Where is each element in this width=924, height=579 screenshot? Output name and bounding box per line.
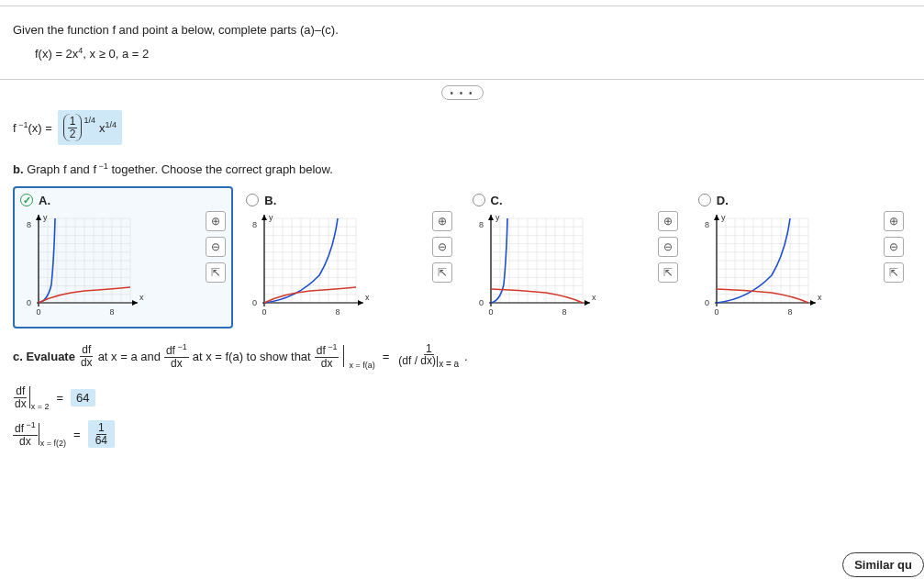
- zoom-out-icon[interactable]: ⊖: [884, 237, 904, 257]
- svg-text:0: 0: [478, 298, 483, 307]
- radio-checked-icon[interactable]: [20, 194, 33, 206]
- radio-icon[interactable]: [473, 194, 485, 206]
- svg-text:0: 0: [488, 307, 493, 317]
- svg-text:8: 8: [478, 220, 483, 229]
- svg-text:8: 8: [705, 220, 709, 229]
- svg-marker-25: [36, 215, 41, 220]
- svg-marker-121: [714, 215, 719, 220]
- open-icon[interactable]: ⇱: [206, 262, 226, 283]
- zoom-in-icon[interactable]: ⊕: [206, 211, 226, 231]
- svg-text:0: 0: [262, 307, 267, 317]
- graph-option[interactable]: A.yx8008⊕⊖⇱: [13, 186, 233, 328]
- svg-text:x: x: [365, 293, 370, 302]
- graph-options: A.yx8008⊕⊖⇱B.yx8008⊕⊖⇱C.yx8008⊕⊖⇱D.yx800…: [13, 186, 911, 328]
- zoom-in-icon[interactable]: ⊕: [884, 211, 904, 231]
- function-definition: f(x) = 2x4, x ≥ 0, a = 2: [35, 46, 911, 61]
- option-label: B.: [264, 194, 276, 207]
- open-icon[interactable]: ⇱: [884, 262, 904, 283]
- inverse-lhs: f −1(x) =: [13, 120, 52, 135]
- svg-text:8: 8: [787, 307, 792, 317]
- radio-icon[interactable]: [698, 194, 711, 206]
- svg-text:y: y: [43, 213, 48, 222]
- svg-text:0: 0: [714, 307, 718, 317]
- eval-df-at-a: df dx x = 2 = 64: [13, 383, 911, 412]
- radio-icon[interactable]: [246, 194, 259, 206]
- svg-marker-57: [262, 215, 267, 220]
- zoom-out-icon[interactable]: ⊖: [658, 237, 678, 257]
- svg-text:0: 0: [36, 307, 40, 317]
- option-label: A.: [39, 194, 50, 207]
- svg-marker-119: [810, 300, 816, 306]
- answer-df: 64: [71, 389, 95, 406]
- svg-text:8: 8: [336, 307, 340, 317]
- zoom-out-icon[interactable]: ⊖: [432, 237, 452, 257]
- zoom-out-icon[interactable]: ⊖: [206, 237, 226, 257]
- zoom-in-icon[interactable]: ⊕: [432, 211, 452, 231]
- svg-marker-89: [488, 215, 494, 220]
- svg-text:8: 8: [562, 307, 566, 317]
- similar-question-button[interactable]: Similar qu: [842, 552, 924, 577]
- graph-option[interactable]: D.yx8008⊕⊖⇱: [691, 186, 911, 328]
- svg-text:0: 0: [27, 298, 31, 307]
- svg-text:y: y: [269, 213, 273, 222]
- svg-text:0: 0: [252, 298, 257, 307]
- svg-text:0: 0: [705, 298, 709, 307]
- graph-option[interactable]: B.yx8008⊕⊖⇱: [239, 186, 459, 328]
- graph-option[interactable]: C.yx8008⊕⊖⇱: [465, 186, 685, 328]
- svg-text:x: x: [139, 293, 144, 302]
- problem-intro: Given the function f and point a below, …: [13, 23, 911, 37]
- option-label: D.: [717, 194, 729, 207]
- option-label: C.: [491, 194, 503, 207]
- svg-marker-55: [358, 300, 363, 306]
- svg-text:x: x: [818, 293, 822, 302]
- inverse-expression: f −1(x) = 1 2 1/4 x1/4: [13, 110, 911, 145]
- zoom-in-icon[interactable]: ⊕: [658, 211, 678, 231]
- part-c-text: c. Evaluate df dx at x = a and df −1 dx …: [13, 343, 911, 370]
- svg-text:8: 8: [109, 307, 114, 317]
- svg-text:x: x: [592, 293, 596, 302]
- open-icon[interactable]: ⇱: [432, 262, 452, 283]
- svg-marker-23: [132, 300, 138, 306]
- svg-marker-87: [584, 300, 590, 306]
- eval-dfinv-at-fa: df −1 dx x = f(2) = 1 64: [13, 419, 911, 449]
- svg-text:8: 8: [252, 220, 257, 229]
- svg-text:8: 8: [27, 220, 31, 229]
- svg-text:y: y: [721, 213, 726, 222]
- answer-dfinv: 1 64: [88, 420, 115, 448]
- inverse-answer: 1 2 1/4 x1/4: [58, 110, 122, 145]
- part-b-text: b. Graph f and f −1 together. Choose the…: [13, 161, 911, 176]
- svg-text:y: y: [495, 213, 500, 222]
- open-icon[interactable]: ⇱: [658, 262, 678, 283]
- expand-button[interactable]: • • •: [441, 85, 484, 100]
